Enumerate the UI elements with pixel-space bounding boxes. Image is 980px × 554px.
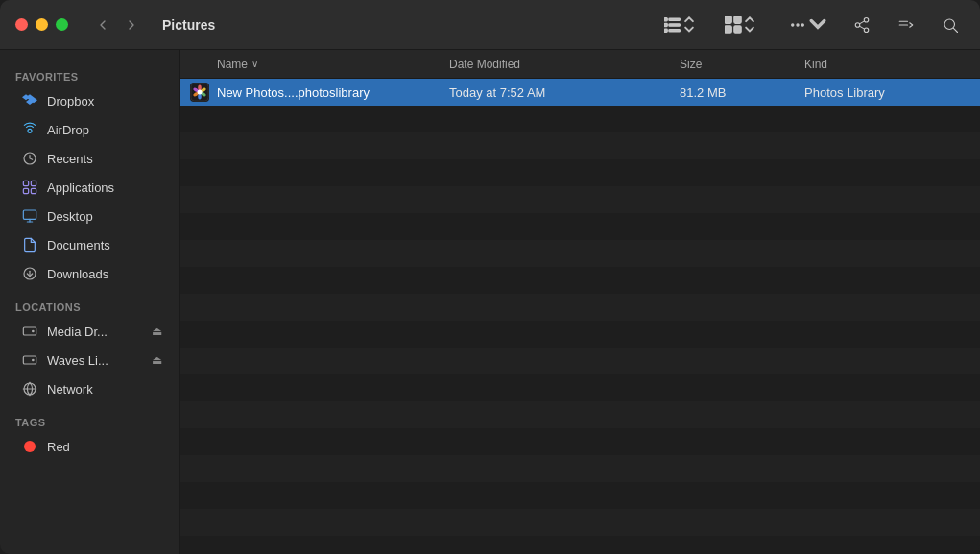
share-button[interactable]: [848, 12, 876, 37]
svg-point-15: [944, 19, 955, 30]
empty-row: [180, 186, 980, 213]
sidebar-item-airdrop[interactable]: AirDrop: [6, 116, 174, 143]
svg-rect-8: [725, 25, 731, 32]
network-label: Network: [47, 382, 93, 397]
documents-icon: [21, 236, 38, 253]
recents-label: Recents: [47, 152, 93, 166]
col-name-label: Name: [217, 58, 248, 71]
dropbox-label: Dropbox: [47, 94, 94, 108]
search-button[interactable]: [936, 12, 965, 37]
traffic-lights: [15, 18, 68, 31]
svg-point-43: [198, 90, 203, 95]
nav-buttons: [91, 13, 143, 36]
content-area: Name ∨ Date Modified Size Kind: [180, 50, 980, 554]
svg-point-29: [32, 330, 35, 333]
back-button[interactable]: [91, 13, 114, 36]
main-area: Favorites Dropbox: [0, 50, 980, 554]
svg-rect-19: [23, 181, 28, 185]
svg-point-10: [792, 23, 794, 25]
sidebar-item-dropbox[interactable]: Dropbox: [6, 87, 174, 114]
airdrop-icon: [21, 121, 38, 138]
documents-label: Documents: [47, 238, 110, 253]
sidebar-item-red-tag[interactable]: Red: [6, 433, 174, 460]
empty-row: [180, 455, 980, 482]
close-button[interactable]: [15, 18, 28, 31]
extend-button[interactable]: [892, 12, 920, 37]
tags-label: Tags: [0, 411, 179, 432]
file-kind-cell: Photos Library: [804, 85, 980, 100]
waves-li-label: Waves Li...: [47, 353, 108, 368]
svg-rect-3: [669, 23, 680, 25]
sidebar-item-desktop[interactable]: Desktop: [6, 203, 174, 229]
media-drive-icon: [21, 323, 38, 340]
svg-point-12: [801, 23, 803, 25]
dropbox-icon: [21, 92, 38, 109]
svg-rect-5: [669, 29, 680, 31]
desktop-label: Desktop: [47, 209, 93, 224]
svg-rect-0: [664, 17, 667, 20]
column-headers: Name ∨ Date Modified Size Kind: [180, 50, 980, 79]
sidebar-item-recents[interactable]: Recents: [6, 145, 174, 172]
recents-icon: [21, 150, 38, 167]
waves-li-eject[interactable]: ⏏: [152, 353, 162, 367]
svg-point-11: [797, 23, 799, 25]
applications-label: Applications: [47, 181, 114, 195]
downloads-label: Downloads: [47, 267, 108, 281]
minimize-button[interactable]: [36, 18, 48, 31]
desktop-icon: [21, 207, 38, 225]
empty-row: [180, 374, 980, 401]
list-view-button[interactable]: [658, 12, 704, 37]
sidebar-item-media-drive[interactable]: Media Dr... ⏏: [6, 318, 174, 345]
sidebar-item-network[interactable]: Network: [6, 375, 174, 402]
media-drive-label: Media Dr...: [47, 325, 108, 339]
col-header-kind[interactable]: Kind: [804, 58, 980, 71]
photos-library-icon: [190, 83, 209, 102]
table-row[interactable]: New Photos....photoslibrary Today at 7:5…: [180, 79, 980, 106]
svg-rect-1: [669, 18, 680, 20]
svg-rect-6: [725, 16, 731, 23]
empty-row: [180, 294, 980, 321]
svg-point-17: [28, 129, 32, 132]
window-title: Pictures: [162, 17, 215, 33]
file-name-cell: New Photos....photoslibrary: [190, 83, 449, 102]
svg-rect-20: [31, 181, 36, 185]
file-name-text: New Photos....photoslibrary: [217, 85, 370, 100]
empty-row: [180, 509, 980, 536]
col-header-name[interactable]: Name ∨: [190, 58, 449, 71]
grid-view-button[interactable]: [719, 12, 764, 37]
col-header-size[interactable]: Size: [680, 58, 804, 71]
forward-button[interactable]: [120, 13, 143, 36]
svg-rect-23: [23, 210, 36, 219]
empty-row: [180, 213, 980, 240]
sidebar-item-waves-li[interactable]: Waves Li... ⏏: [6, 347, 174, 373]
sidebar: Favorites Dropbox: [0, 50, 180, 554]
svg-rect-22: [31, 188, 36, 193]
sidebar-item-applications[interactable]: Applications: [6, 174, 174, 201]
svg-point-31: [32, 359, 35, 362]
col-date-label: Date Modified: [449, 58, 520, 71]
empty-row: [180, 159, 980, 186]
col-header-date[interactable]: Date Modified: [449, 58, 680, 71]
empty-row: [180, 267, 980, 294]
media-drive-eject[interactable]: ⏏: [152, 325, 162, 338]
sidebar-item-downloads[interactable]: Downloads: [6, 260, 174, 287]
col-kind-label: Kind: [804, 58, 827, 71]
maximize-button[interactable]: [56, 18, 68, 31]
empty-row: [180, 482, 980, 509]
svg-rect-21: [23, 188, 28, 193]
red-tag-label: Red: [47, 440, 70, 454]
sidebar-item-documents[interactable]: Documents: [6, 231, 174, 258]
empty-row: [180, 401, 980, 428]
svg-rect-2: [664, 23, 667, 26]
file-size-cell: 81.2 MB: [680, 85, 804, 100]
empty-row: [180, 348, 980, 374]
col-size-label: Size: [680, 58, 702, 71]
empty-row: [180, 106, 980, 132]
action-button[interactable]: [783, 12, 832, 37]
applications-icon: [21, 179, 38, 196]
downloads-icon: [21, 265, 38, 282]
favorites-label: Favorites: [0, 65, 179, 86]
empty-row: [180, 428, 980, 455]
file-date-cell: Today at 7:52 AM: [449, 85, 680, 100]
empty-row: [180, 321, 980, 348]
